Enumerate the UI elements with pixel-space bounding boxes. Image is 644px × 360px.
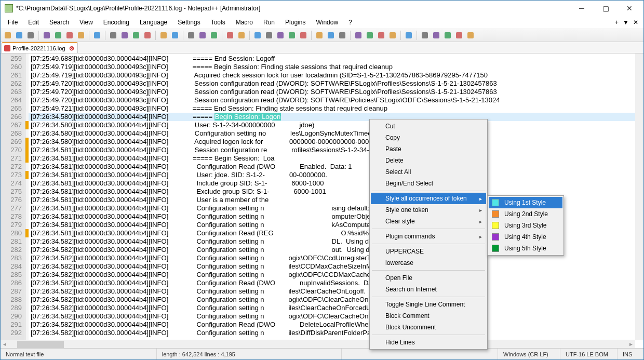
toolbar-button[interactable] [131,30,141,41]
file-tab[interactable]: Profile-20221116.log ⊗ [2,42,78,53]
ctx-delete[interactable]: Delete [371,155,486,166]
toolbar-button[interactable] [404,30,414,41]
toolbar-close[interactable]: ✕ [633,19,638,26]
ctx-block-comment[interactable]: Block Comment [371,310,486,322]
toolbar-dropdown[interactable]: ▼ [623,19,629,26]
code-line[interactable]: [07:26:34.582][tid:00000d30.000044b4][IN… [29,296,643,304]
ctx-toggle-single-line-comment[interactable]: Toggle Single Line Comment [371,299,486,310]
code-line[interactable]: [07:26:34.580][tid:00000d30.000044b4][IN… [29,113,643,121]
toolbar-button[interactable] [64,30,75,41]
code-line[interactable]: [07:25:49.721][tid:00000d30.0000493c][IN… [29,104,643,113]
toolbar-button[interactable] [186,30,196,41]
ctx-plugin-commands[interactable]: Plugin commands [371,231,486,242]
ctx-copy[interactable]: Copy [371,132,486,143]
style-using-5th-style[interactable]: Using 5th Style [489,243,562,254]
code-line[interactable]: [07:26:34.582][tid:00000d30.000044b4][IN… [29,279,643,287]
scrollbar-thumb[interactable] [17,341,64,348]
menu-macro[interactable]: Macro [231,17,258,28]
toolbar-button[interactable] [119,30,130,41]
code-line[interactable]: [07:26:34.580][tid:00000d30.000044b4][IN… [29,129,643,138]
ctx-open-file[interactable]: Open File [371,272,486,284]
toolbar-button[interactable] [158,30,169,41]
code-line[interactable]: [07:25:49.720][tid:00000d30.0000493c][IN… [29,79,643,88]
toolbar-button[interactable] [252,30,263,41]
toolbar-button[interactable] [14,30,24,41]
style-submenu[interactable]: Using 1st StyleUsing 2nd StyleUsing 3rd … [487,195,564,256]
toolbar-button[interactable] [337,30,347,41]
menu-plugins[interactable]: Plugins [280,17,311,28]
toolbar-button[interactable] [420,30,430,41]
code-line[interactable]: [07:25:49.720][tid:00000d30.0000493c][IN… [29,96,643,104]
code-line[interactable]: [07:26:34.581][tid:00000d30.000044b4][IN… [29,154,643,163]
toolbar-button[interactable] [376,30,386,41]
code-line[interactable]: [07:26:34.582][tid:00000d30.000044b4][IN… [29,271,643,279]
style-using-3rd-style[interactable]: Using 3rd Style [489,220,562,231]
ctx-hide-lines[interactable]: Hide Lines [371,337,486,348]
ctx-clear-style[interactable]: Clear style [371,216,486,227]
context-menu[interactable]: CutCopyPasteDeleteSelect AllBegin/End Se… [369,119,488,350]
code-line[interactable]: [07:25:49.688][tid:00000d30.000044b4][IN… [29,55,643,63]
menu-search[interactable]: Search [44,17,74,28]
toolbar-button[interactable] [275,30,286,41]
toolbar-button[interactable] [142,30,153,41]
code-line[interactable]: [07:26:34.581][tid:00000d30.000044b4][IN… [29,163,643,171]
close-button[interactable]: ✕ [618,1,641,16]
toolbar-add[interactable]: + [615,19,619,26]
toolbar-button[interactable] [431,30,441,41]
code-line[interactable]: [07:26:34.582][tid:00000d30.000044b4][IN… [29,329,643,337]
ctx-cut[interactable]: Cut [371,121,486,132]
ctx-style-all-occurrences-of-token[interactable]: Style all occurrences of token [371,193,486,204]
menu-file[interactable]: File [3,17,23,28]
code-line[interactable]: [07:26:34.582][tid:00000d30.000044b4][IN… [29,312,643,321]
toolbar-button[interactable] [353,30,364,41]
toolbar-button[interactable] [76,30,86,41]
toolbar-button[interactable] [326,30,336,41]
status-encoding[interactable]: UTF-16 LE BOM [560,349,618,359]
code-line[interactable]: [07:26:34.582][tid:00000d30.000044b4][IN… [29,321,643,329]
toolbar-button[interactable] [25,30,36,41]
toolbar-button[interactable] [314,30,325,41]
menu-encoding[interactable]: Encoding [98,17,135,28]
menu-?[interactable]: ? [343,17,357,28]
menu-settings[interactable]: Settings [172,17,205,28]
toolbar-button[interactable] [465,30,476,41]
toolbar-button[interactable] [298,30,308,41]
toolbar-button[interactable] [170,30,180,41]
menu-window[interactable]: Window [311,17,343,28]
ctx-search-on-internet[interactable]: Search on Internet [371,284,486,295]
ctx-lowercase[interactable]: lowercase [371,257,486,269]
toolbar-button[interactable] [53,30,63,41]
minimize-button[interactable]: ─ [570,1,594,16]
toolbar-button[interactable] [365,30,375,41]
ctx-paste[interactable]: Paste [371,143,486,155]
ctx-block-uncomment[interactable]: Block Uncomment [371,322,486,333]
code-line[interactable]: [07:26:34.581][tid:00000d30.000044b4][IN… [29,188,643,196]
ctx-begin-end-select[interactable]: Begin/End Select [371,178,486,189]
style-using-4th-style[interactable]: Using 4th Style [489,231,562,243]
menu-tools[interactable]: Tools [206,17,231,28]
code-line[interactable]: [07:26:34.582][tid:00000d30.000044b4][IN… [29,262,643,271]
status-mode[interactable]: INS [618,349,643,359]
code-line[interactable]: [07:25:49.719][tid:00000d30.0000493c][IN… [29,71,643,79]
tab-close-icon[interactable]: ⊗ [69,45,74,52]
ctx-uppercase[interactable]: UPPERCASE [371,246,486,257]
ctx-style-one-token[interactable]: Style one token [371,204,486,216]
toolbar-button[interactable] [387,30,398,41]
code-line[interactable]: [07:26:34.581][tid:00000d30.000044b4][IN… [29,146,643,154]
toolbar-button[interactable] [197,30,208,41]
vertical-scrollbar[interactable] [635,54,643,340]
toolbar-button[interactable] [287,30,297,41]
toolbar-button[interactable] [454,30,464,41]
horizontal-scrollbar[interactable]: ◄ ► [1,340,635,348]
maximize-button[interactable]: ▢ [594,1,618,16]
ctx-select-all[interactable]: Select All [371,166,486,178]
style-using-1st-style[interactable]: Using 1st Style [489,197,562,208]
menu-run[interactable]: Run [258,17,280,28]
menu-language[interactable]: Language [135,17,172,28]
toolbar-button[interactable] [108,30,118,41]
code-line[interactable]: [07:26:34.582][tid:00000d30.000044b4][IN… [29,304,643,312]
toolbar-button[interactable] [209,30,219,41]
toolbar-button[interactable] [225,30,235,41]
toolbar-button[interactable] [442,30,453,41]
code-line[interactable]: [07:26:34.581][tid:00000d30.000044b4][IN… [29,179,643,188]
